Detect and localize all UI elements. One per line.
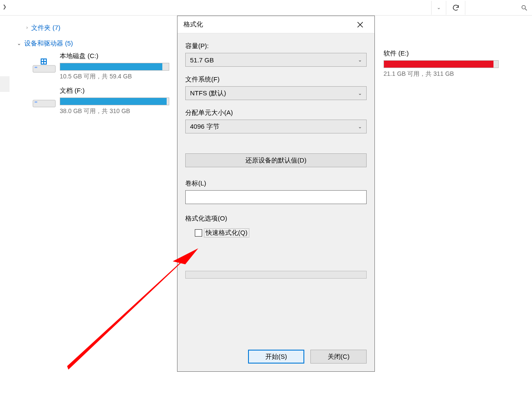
filesystem-select[interactable]: NTFS (默认) ⌄ [185,86,367,100]
drive-e-usage-fill [384,61,493,68]
quick-format-checkbox[interactable] [195,229,202,237]
start-button[interactable]: 开始(S) [248,350,304,364]
svg-rect-8 [44,62,46,64]
drive-f-usage-bar [60,97,169,105]
dialog-body: 容量(P): 51.7 GB ⌄ 文件系统(F) NTFS (默认) ⌄ 分配单… [177,33,374,371]
dialog-footer: 开始(S) 关闭(C) [185,341,367,364]
svg-rect-3 [35,67,37,68]
drive-f-subtext: 38.0 GB 可用，共 310 GB [60,107,172,115]
svg-rect-9 [33,100,55,107]
chevron-down-icon: ⌄ [358,91,362,96]
drive-c-usage-fill [60,63,162,70]
allocation-label: 分配单元大小(A) [185,109,367,117]
drive-f-usage-fill [60,98,167,105]
volume-label-label: 卷标(L) [185,179,367,188]
quick-format-label: 快速格式化(Q) [204,229,249,237]
svg-point-0 [522,5,526,9]
chevron-right-icon: ⌄ [23,24,29,31]
refresh-button[interactable] [446,1,465,15]
format-options-legend: 格式化选项(O) [185,214,367,223]
drive-e-subtext: 21.1 GB 可用，共 311 GB [384,70,506,78]
drive-c-title: 本地磁盘 (C:) [60,52,172,60]
address-bar-fragment: ❯ ⌄ [0,0,532,16]
format-options-group: 格式化选项(O) 快速格式化(Q) [185,214,367,237]
chevron-down-icon: ⌄ [16,40,23,46]
chevron-down-icon: ⌄ [358,124,362,130]
breadcrumb-chevron-icon[interactable]: ❯ [3,4,6,10]
svg-rect-7 [42,62,43,64]
chevron-down-icon: ⌄ [358,57,362,63]
address-dropdown-button[interactable]: ⌄ [431,1,446,15]
refresh-icon [452,4,460,12]
close-dialog-button[interactable]: 关闭(C) [310,350,367,364]
group-folders-label: 文件夹 (7) [31,24,61,32]
restore-defaults-label: 还原设备的默认值(D) [245,156,306,165]
drive-f-icon [26,86,62,114]
quick-format-row[interactable]: 快速格式化(Q) [195,229,367,237]
drive-c-subtext: 10.5 GB 可用，共 59.4 GB [60,73,172,81]
capacity-label: 容量(P): [185,42,367,50]
drive-e-usage-bar [384,60,499,68]
allocation-value: 4096 字节 [190,123,219,131]
format-progress-bar [185,271,367,279]
search-icon [521,4,528,11]
group-devices-label: 设备和驱动器 (5) [24,39,73,48]
start-button-label: 开始(S) [265,353,287,361]
drive-c-icon [26,51,62,80]
close-dialog-label: 关闭(C) [328,353,350,361]
svg-rect-10 [35,101,37,103]
svg-rect-2 [33,65,55,72]
capacity-select[interactable]: 51.7 GB ⌄ [185,53,367,67]
close-button[interactable] [350,18,370,32]
dialog-title: 格式化 [184,20,203,29]
nav-pane-edge [0,76,10,92]
allocation-select[interactable]: 4096 字节 ⌄ [185,120,367,133]
filesystem-label: 文件系统(F) [185,75,367,84]
volume-label-input[interactable] [185,190,367,204]
close-icon [357,22,363,28]
search-box[interactable] [465,1,532,15]
drive-f-title: 文档 (F:) [60,87,172,95]
drive-item-e[interactable]: 软件 (E:) 21.1 GB 可用，共 311 GB [384,49,506,78]
drive-e-title: 软件 (E:) [384,49,506,58]
svg-rect-6 [44,59,46,61]
dialog-titlebar[interactable]: 格式化 [177,16,374,33]
format-dialog: 格式化 容量(P): 51.7 GB ⌄ 文件系统(F) NTFS (默认) ⌄… [177,16,375,372]
drive-c-usage-bar [60,63,169,71]
svg-rect-5 [42,59,43,61]
svg-line-1 [525,9,527,10]
capacity-value: 51.7 GB [190,56,214,64]
filesystem-value: NTFS (默认) [190,89,226,97]
chevron-down-icon: ⌄ [437,5,441,10]
restore-defaults-button[interactable]: 还原设备的默认值(D) [185,153,367,167]
